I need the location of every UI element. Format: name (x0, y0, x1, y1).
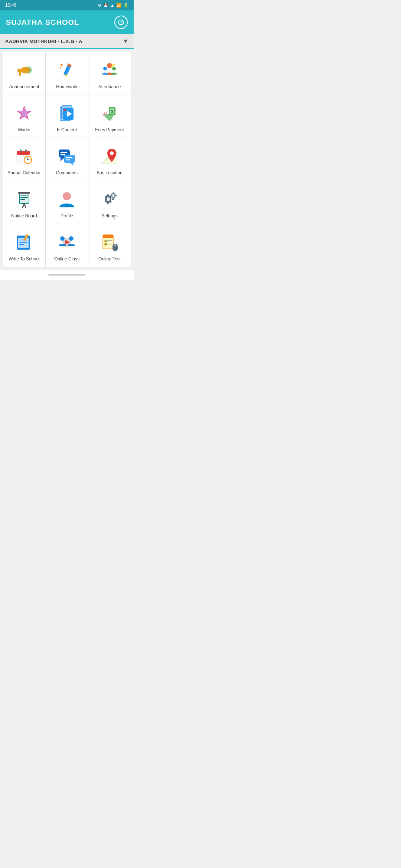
student-selector[interactable]: AADHVIK MOTHKURI - L.K.G - A ▼ (0, 34, 134, 49)
svg-marker-4 (65, 75, 68, 77)
profile-label: Profile (61, 213, 73, 218)
settings-tile[interactable]: Settings (88, 181, 131, 224)
svg-rect-51 (107, 194, 109, 197)
noticeboard-tile[interactable]: Notice Board (3, 181, 45, 224)
signal-icon: 📶 (116, 3, 121, 8)
econtent-label: E-Content (57, 127, 77, 132)
svg-rect-64 (115, 195, 117, 196)
onlinetest-icon (98, 231, 121, 253)
wifi-icon: ▲ (110, 3, 114, 7)
onlineclass-icon (56, 231, 78, 253)
announcement-label: Announcement (9, 84, 39, 89)
buslocation-label: Bus Location (97, 170, 122, 175)
svg-point-84 (114, 244, 116, 246)
buslocation-tile[interactable]: Bus Location (88, 138, 131, 181)
attendance-label: Attendance (98, 84, 121, 89)
svg-line-9 (112, 64, 115, 66)
marks-label: Marks (18, 127, 30, 132)
svg-point-8 (112, 67, 116, 70)
svg-rect-62 (113, 197, 114, 199)
settings-label: Settings (101, 213, 117, 218)
buslocation-icon (98, 145, 121, 167)
svg-text:$: $ (111, 109, 113, 114)
comments-label: Comments (56, 170, 78, 175)
feespayment-label: Fees Payment (95, 127, 124, 132)
noticeboard-icon (13, 188, 35, 210)
writetoschool-label: Write To School (9, 256, 40, 262)
econtent-icon (56, 102, 78, 124)
writetoschool-icon (13, 231, 35, 253)
marks-tile[interactable]: Marks (3, 95, 45, 138)
marks-icon (13, 102, 35, 124)
student-name: AADHVIK MOTHKURI - L.K.G - A (5, 39, 82, 44)
announcement-tile[interactable]: Announcement (3, 52, 45, 95)
comments-icon (56, 145, 78, 167)
settings-icon (98, 188, 121, 210)
attendance-tile[interactable]: Attendance (88, 52, 131, 95)
svg-rect-2 (19, 72, 21, 76)
svg-rect-61 (113, 192, 114, 194)
svg-rect-66 (18, 238, 29, 248)
svg-line-46 (24, 204, 26, 207)
svg-point-7 (103, 67, 107, 70)
announcement-icon (13, 59, 35, 81)
status-icons: ⚙ 💾 ▲ 📶 🔋 (98, 3, 128, 8)
app-title: SUJATHA SCHOOL (6, 18, 79, 27)
svg-point-39 (110, 151, 114, 155)
battery-icon: 🔋 (123, 3, 128, 8)
annualcalendar-tile[interactable]: Annual Calendar (3, 138, 45, 181)
attendance-icon (98, 59, 121, 81)
svg-rect-23 (25, 149, 27, 152)
settings-status-icon: ⚙ (98, 3, 101, 8)
svg-rect-21 (17, 151, 30, 155)
feespayment-tile[interactable]: $ Fees Payment (88, 95, 131, 138)
homework-tile[interactable]: Homework (46, 52, 88, 95)
annualcalendar-icon (13, 145, 35, 167)
status-bar: 10:46 ⚙ 💾 ▲ 📶 🔋 (0, 0, 134, 10)
bottom-nav-indicator (0, 270, 134, 280)
svg-point-6 (107, 63, 112, 68)
econtent-tile[interactable]: E-Content (46, 95, 88, 138)
onlinetest-tile[interactable]: Online Test (88, 224, 131, 267)
svg-rect-77 (103, 235, 113, 238)
chevron-down-icon: ▼ (123, 38, 128, 45)
svg-rect-22 (20, 149, 22, 152)
writetoschool-tile[interactable]: Write To School (3, 224, 45, 267)
onlineclass-tile[interactable]: Online Class (46, 224, 88, 267)
menu-grid: Announcement Homework (3, 52, 131, 267)
svg-rect-63 (111, 195, 113, 196)
noticeboard-label: Notice Board (11, 213, 37, 218)
feespayment-icon: $ (98, 102, 121, 124)
svg-point-48 (63, 192, 71, 200)
annualcalendar-label: Annual Calendar (7, 170, 40, 175)
app-header: SUJATHA SCHOOL (0, 10, 134, 34)
svg-marker-34 (70, 163, 74, 166)
comments-tile[interactable]: Comments (46, 138, 88, 181)
power-button[interactable] (114, 16, 128, 29)
home-indicator (48, 274, 85, 276)
profile-icon (56, 188, 78, 210)
svg-rect-47 (18, 192, 30, 194)
svg-rect-1 (17, 69, 23, 72)
svg-rect-52 (107, 202, 109, 204)
svg-rect-33 (64, 155, 75, 163)
homework-label: Homework (56, 84, 77, 89)
onlineclass-label: Online Class (54, 256, 79, 262)
sim-status-icon: 💾 (103, 3, 108, 8)
onlinetest-label: Online Test (98, 256, 121, 262)
svg-point-16 (63, 109, 66, 111)
svg-rect-53 (105, 198, 107, 200)
homework-icon (56, 59, 78, 81)
profile-tile[interactable]: Profile (46, 181, 88, 224)
status-time: 10:46 (5, 3, 16, 8)
